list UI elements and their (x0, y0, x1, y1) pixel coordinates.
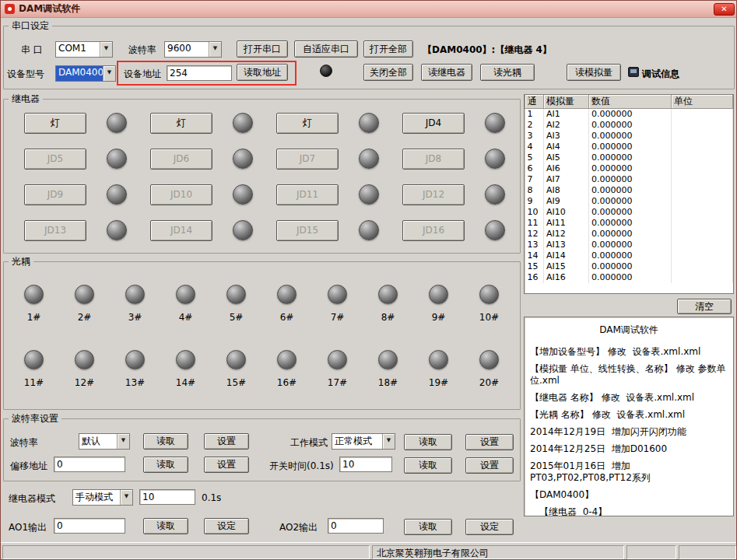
analog-row[interactable]: 12AI120.000000 (525, 229, 733, 240)
relay-button-9[interactable]: JD9 (24, 184, 86, 205)
relay-indicator-13[interactable] (107, 220, 127, 240)
relay-button-2[interactable]: 灯 (150, 113, 212, 134)
relay-indicator-3[interactable] (359, 113, 379, 133)
close-all-button[interactable]: 关闭全部 (363, 64, 413, 81)
relay-indicator-12[interactable] (485, 184, 505, 205)
read-relay-button[interactable]: 读继电器 (421, 64, 472, 81)
relay-button-12[interactable]: JD12 (402, 184, 465, 205)
analog-row[interactable]: 15AI150.000000 (525, 261, 733, 272)
relay-button-8[interactable]: JD8 (402, 149, 465, 170)
relay-indicator-6[interactable] (233, 149, 253, 169)
read-baud-button[interactable]: 读取 (143, 433, 188, 450)
work-mode-select[interactable]: 正常模式 ▼ (332, 433, 395, 450)
analog-row[interactable]: 5AI50.000000 (525, 152, 733, 163)
analog-row[interactable]: 10AI100.000000 (525, 207, 733, 218)
analog-row[interactable]: 7AI70.000000 (525, 174, 733, 185)
relay-button-6[interactable]: JD6 (150, 149, 212, 170)
relay-indicator-14[interactable] (233, 220, 253, 240)
analog-row[interactable]: 14AI140.000000 (525, 250, 733, 261)
relay-indicator-9[interactable] (107, 184, 127, 205)
ao2-input[interactable] (328, 518, 384, 534)
opto-indicator-15[interactable] (226, 350, 246, 369)
address-input[interactable] (167, 65, 232, 81)
opto-indicator-12[interactable] (75, 350, 94, 369)
debug-info-label[interactable]: 调试信息 (642, 68, 679, 81)
opto-indicator-9[interactable] (429, 285, 448, 304)
analog-row[interactable]: 4AI40.000000 (525, 142, 733, 152)
relay-indicator-2[interactable] (233, 113, 253, 133)
read-offset-button[interactable]: 读取 (143, 457, 188, 473)
opto-indicator-19[interactable] (429, 350, 448, 369)
port-select[interactable]: COM1 ▼ (55, 41, 113, 58)
analog-row[interactable]: 3AI30.000000 (525, 131, 733, 142)
relay-mode-select[interactable]: 手动模式 ▼ (72, 489, 133, 506)
relay-indicator-8[interactable] (485, 149, 505, 169)
ao1-set-button[interactable]: 设定 (204, 518, 249, 534)
auto-port-button[interactable]: 自适应串口 (294, 40, 358, 58)
ao2-set-button[interactable]: 设定 (465, 519, 514, 535)
analog-row[interactable]: 6AI60.000000 (525, 163, 733, 174)
baud-setting-select[interactable]: 默认 ▼ (79, 433, 130, 450)
analog-row[interactable]: 2AI20.000000 (525, 120, 733, 131)
model-select[interactable]: DAM0400 ▼ (55, 65, 116, 82)
relay-button-1[interactable]: 灯 (24, 113, 86, 134)
ao1-input[interactable] (54, 518, 125, 534)
opto-indicator-17[interactable] (328, 350, 347, 369)
ao2-read-button[interactable]: 读取 (404, 519, 452, 535)
opto-indicator-20[interactable] (479, 350, 499, 369)
open-port-button[interactable]: 打开串口 (237, 40, 288, 58)
set-work-mode-button[interactable]: 设置 (465, 434, 514, 450)
set-offset-button[interactable]: 设置 (204, 457, 249, 473)
ao1-read-button[interactable]: 读取 (143, 518, 188, 534)
dropdown-arrow-icon[interactable]: ▼ (100, 42, 112, 57)
opto-indicator-18[interactable] (378, 350, 398, 369)
opto-indicator-6[interactable] (277, 285, 297, 304)
analog-row[interactable]: 13AI130.000000 (525, 240, 733, 250)
dropdown-arrow-icon[interactable]: ▼ (117, 434, 129, 449)
relay-button-10[interactable]: JD10 (150, 184, 212, 205)
relay-indicator-15[interactable] (359, 220, 379, 240)
close-button[interactable]: ✕ (714, 3, 735, 16)
open-all-button[interactable]: 打开全部 (363, 40, 413, 58)
baud-select[interactable]: 9600 ▼ (164, 41, 222, 58)
offset-address-input[interactable] (54, 457, 125, 472)
set-switch-time-button[interactable]: 设置 (465, 457, 514, 474)
read-opto-button[interactable]: 读光耦 (480, 64, 535, 81)
relay-indicator-5[interactable] (107, 149, 127, 169)
read-analog-button[interactable]: 读模拟量 (567, 64, 621, 81)
dropdown-arrow-icon[interactable]: ▼ (120, 490, 132, 505)
relay-indicator-4[interactable] (485, 113, 505, 133)
relay-indicator-16[interactable] (485, 220, 505, 240)
relay-button-3[interactable]: 灯 (276, 113, 339, 134)
opto-indicator-2[interactable] (75, 285, 94, 304)
opto-indicator-8[interactable] (378, 285, 398, 304)
opto-indicator-14[interactable] (176, 350, 195, 369)
dropdown-arrow-icon[interactable]: ▼ (103, 66, 115, 81)
relay-indicator-7[interactable] (359, 149, 379, 169)
opto-indicator-7[interactable] (328, 285, 347, 304)
opto-indicator-1[interactable] (24, 285, 44, 304)
relay-button-13[interactable]: JD13 (24, 220, 86, 241)
set-baud-button[interactable]: 设置 (204, 433, 249, 450)
relay-button-15[interactable]: JD15 (276, 220, 339, 241)
dropdown-arrow-icon[interactable]: ▼ (209, 42, 221, 57)
relay-button-5[interactable]: JD5 (24, 149, 86, 170)
read-address-button[interactable]: 读取地址 (237, 64, 288, 81)
dropdown-arrow-icon[interactable]: ▼ (382, 434, 395, 449)
analog-row[interactable]: 8AI80.000000 (525, 185, 733, 196)
relay-indicator-10[interactable] (233, 184, 253, 205)
connection-status-indicator[interactable] (320, 65, 332, 77)
opto-indicator-13[interactable] (125, 350, 145, 369)
opto-indicator-16[interactable] (277, 350, 297, 369)
relay-button-4[interactable]: JD4 (402, 113, 465, 134)
analog-row[interactable]: 9AI90.000000 (525, 196, 733, 207)
clear-button[interactable]: 清空 (677, 299, 732, 314)
analog-row[interactable]: 16AI160.000000 (525, 272, 733, 283)
relay-indicator-11[interactable] (359, 184, 379, 205)
opto-indicator-10[interactable] (479, 285, 499, 304)
opto-indicator-3[interactable] (125, 285, 145, 304)
relay-button-11[interactable]: JD11 (276, 184, 339, 205)
relay-button-16[interactable]: JD16 (402, 220, 465, 241)
opto-indicator-11[interactable] (24, 350, 44, 369)
relay-button-14[interactable]: JD14 (150, 220, 212, 241)
